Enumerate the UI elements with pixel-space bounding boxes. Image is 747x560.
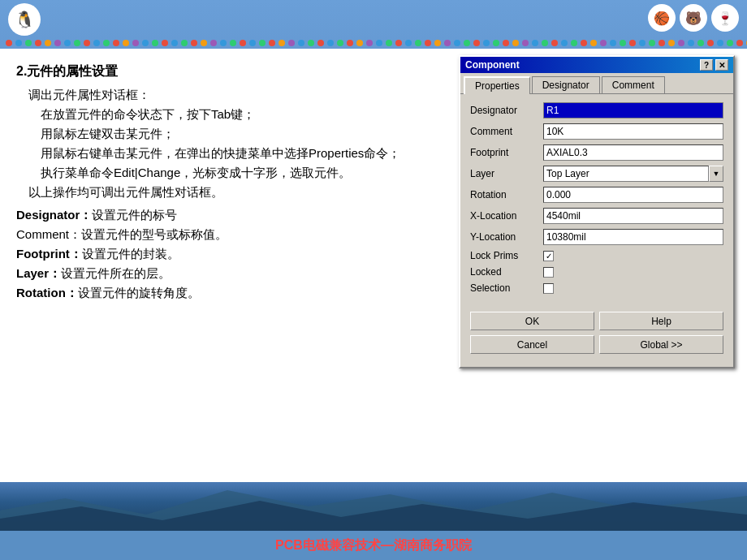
- dot: [201, 40, 207, 46]
- dot: [366, 40, 373, 46]
- dialog-footer: OK Help Cancel Global >>: [460, 307, 733, 367]
- dot: [434, 40, 441, 46]
- dot: [269, 40, 275, 46]
- dot: [581, 40, 587, 46]
- dot: [220, 40, 227, 46]
- locked-checkbox[interactable]: [543, 267, 554, 278]
- dot: [590, 40, 597, 46]
- dot: [620, 40, 626, 46]
- layer-row: Layer ▼: [470, 166, 723, 182]
- dot: [152, 40, 158, 46]
- dot: [639, 40, 646, 46]
- dot: [327, 40, 334, 46]
- icon-wine: 🍷: [711, 4, 739, 32]
- desc-rotation: 设置元件的旋转角度。: [78, 286, 200, 299]
- global-button[interactable]: Global >>: [599, 335, 723, 354]
- dot: [171, 40, 178, 46]
- ok-button[interactable]: OK: [470, 312, 594, 330]
- tab-designator[interactable]: Designator: [532, 76, 600, 93]
- lockprims-checkbox[interactable]: ✓: [543, 251, 554, 261]
- comment-label: Comment: [470, 126, 543, 137]
- locked-row: Locked: [470, 266, 723, 278]
- label-footprint: Footprint：: [16, 247, 82, 261]
- icon-basketball: 🏀: [648, 4, 676, 32]
- dot: [503, 40, 509, 46]
- comment-input[interactable]: [543, 123, 723, 140]
- dot: [688, 40, 694, 46]
- dot: [707, 40, 714, 46]
- designator-row: Designator: [470, 102, 723, 118]
- dot: [464, 40, 470, 46]
- dot: [113, 40, 119, 46]
- designator-input[interactable]: [543, 102, 723, 118]
- top-bar: 🐧 🏀 🐻 🍷: [0, 0, 747, 39]
- close-button-title[interactable]: ✕: [715, 59, 728, 71]
- layer-dropdown-container: ▼: [543, 166, 723, 182]
- ylocation-row: Y-Location: [470, 229, 723, 245]
- penguin-icon: 🐧: [15, 10, 35, 29]
- dot: [142, 40, 149, 46]
- xlocation-label: X-Location: [470, 210, 543, 222]
- icon-bear: 🐻: [680, 4, 707, 32]
- dot: [103, 40, 110, 46]
- dot: [668, 40, 675, 46]
- dot: [405, 40, 412, 46]
- comment-row: Comment: [470, 123, 723, 140]
- dot: [561, 40, 568, 46]
- dialog-title: Component: [465, 59, 520, 71]
- help-button[interactable]: Help: [599, 312, 723, 330]
- dot: [249, 40, 256, 46]
- dot: [415, 40, 421, 46]
- help-button-title[interactable]: ?: [700, 59, 713, 71]
- dot: [658, 40, 665, 46]
- rotation-input[interactable]: [543, 187, 723, 203]
- dot: [425, 40, 431, 46]
- selection-checkbox[interactable]: [543, 283, 554, 294]
- dot: [483, 40, 490, 46]
- dot: [454, 40, 460, 46]
- locked-label: Locked: [470, 266, 543, 278]
- dot: [181, 40, 188, 46]
- desc-designator: 设置元件的标号: [92, 208, 177, 222]
- dot: [347, 40, 353, 46]
- dot: [15, 40, 22, 46]
- dialog-titlebar-buttons: ? ✕: [700, 59, 728, 71]
- desc-comment: 设置元件的型号或标称值。: [81, 227, 227, 241]
- penguin-logo: 🐧: [8, 3, 41, 36]
- rotation-row: Rotation: [470, 187, 723, 203]
- layer-input[interactable]: [543, 166, 709, 182]
- lockprims-row: Lock Prims ✓: [470, 250, 723, 261]
- dot: [45, 40, 51, 46]
- mountain-svg: [0, 486, 747, 531]
- dot: [308, 40, 314, 46]
- dot: [571, 40, 577, 46]
- bottom-bar: PCB电磁兼容技术—湖南商务职院: [0, 531, 747, 560]
- tab-properties[interactable]: Properties: [464, 76, 530, 94]
- cancel-button[interactable]: Cancel: [470, 335, 594, 354]
- selection-label: Selection: [470, 282, 543, 294]
- dot: [54, 40, 61, 46]
- xlocation-input[interactable]: [543, 208, 723, 224]
- dot: [649, 40, 655, 46]
- dot: [678, 40, 684, 46]
- dialog-tabs: Properties Designator Comment: [460, 73, 733, 94]
- xlocation-row: X-Location: [470, 208, 723, 224]
- dot: [473, 40, 480, 46]
- ylocation-input[interactable]: [543, 229, 723, 245]
- dot: [610, 40, 616, 46]
- dot: [717, 40, 723, 46]
- right-icons: 🏀 🐻 🍷: [648, 4, 739, 32]
- dot: [288, 40, 295, 46]
- dot: [337, 40, 343, 46]
- dot: [259, 40, 266, 46]
- dot: [444, 40, 451, 46]
- dot: [93, 40, 100, 46]
- dot: [210, 40, 217, 46]
- dot: [376, 40, 382, 46]
- dot: [84, 40, 90, 46]
- dot: [132, 40, 139, 46]
- layer-dropdown-btn[interactable]: ▼: [709, 166, 723, 182]
- footprint-input[interactable]: [543, 144, 723, 161]
- tab-comment[interactable]: Comment: [602, 76, 665, 93]
- dot: [35, 40, 41, 46]
